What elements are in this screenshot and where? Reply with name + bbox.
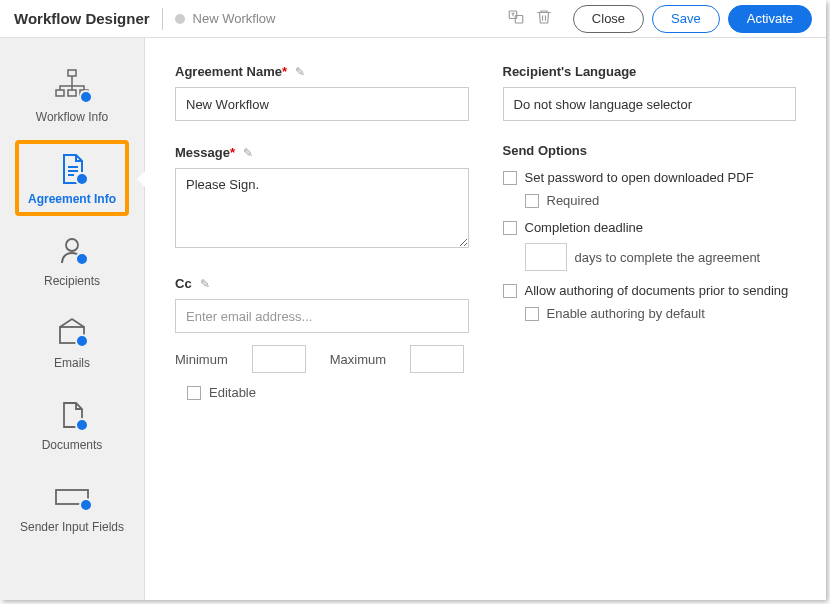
recipient-language-select[interactable]: Do not show language selector	[503, 87, 797, 121]
allow-authoring-label: Allow authoring of documents prior to se…	[525, 283, 789, 298]
workflow-name: New Workflow	[193, 11, 276, 26]
sidebar: Workflow Info Agreement Info Recipients	[0, 38, 145, 600]
sidebar-item-label: Recipients	[6, 274, 138, 288]
min-label: Minimum	[175, 352, 228, 367]
sidebar-item-recipients[interactable]: Recipients	[0, 220, 144, 302]
completion-deadline-checkbox[interactable]	[503, 221, 517, 235]
set-password-label: Set password to open downloaded PDF	[525, 170, 754, 185]
message-label: Message*	[175, 145, 235, 160]
svg-rect-2	[68, 70, 76, 76]
cc-label: Cc	[175, 276, 192, 291]
sidebar-item-sender-input-fields[interactable]: Sender Input Fields	[0, 466, 144, 548]
sidebar-item-label: Emails	[6, 356, 138, 370]
required-checkbox[interactable]	[525, 194, 539, 208]
days-label: days to complete the agreement	[575, 250, 761, 265]
pencil-icon[interactable]: ✎	[243, 146, 253, 160]
status-dot-icon	[175, 14, 185, 24]
documents-icon	[6, 394, 138, 436]
divider	[162, 8, 163, 30]
agreement-info-icon	[6, 148, 138, 190]
enable-authoring-label: Enable authoring by default	[547, 306, 705, 321]
sidebar-item-label: Documents	[6, 438, 138, 452]
trash-icon[interactable]	[535, 8, 553, 30]
sidebar-item-label: Workflow Info	[6, 110, 138, 124]
message-textarea[interactable]	[175, 168, 469, 248]
enable-authoring-checkbox[interactable]	[525, 307, 539, 321]
sender-input-fields-icon	[6, 476, 138, 518]
min-input[interactable]	[252, 345, 306, 373]
cc-input[interactable]	[175, 299, 469, 333]
pencil-icon[interactable]: ✎	[200, 277, 210, 291]
workflow-info-icon	[6, 66, 138, 108]
select-value: Do not show language selector	[514, 97, 693, 112]
recipient-language-label: Recipient's Language	[503, 64, 637, 79]
app-title: Workflow Designer	[14, 10, 150, 27]
close-button[interactable]: Close	[573, 5, 644, 33]
sidebar-item-workflow-info[interactable]: Workflow Info	[0, 56, 144, 138]
max-input[interactable]	[410, 345, 464, 373]
svg-rect-4	[68, 90, 76, 96]
send-options-title: Send Options	[503, 143, 797, 158]
sidebar-item-label: Sender Input Fields	[6, 520, 138, 534]
svg-rect-3	[56, 90, 64, 96]
sidebar-item-emails[interactable]: Emails	[0, 302, 144, 384]
svg-point-6	[66, 239, 78, 251]
agreement-name-input[interactable]	[175, 87, 469, 121]
sidebar-item-documents[interactable]: Documents	[0, 384, 144, 466]
sidebar-item-label: Agreement Info	[6, 192, 138, 206]
max-label: Maximum	[330, 352, 386, 367]
header: Workflow Designer New Workflow Close Sav…	[0, 0, 826, 38]
sidebar-item-agreement-info[interactable]: Agreement Info	[0, 138, 144, 220]
save-button[interactable]: Save	[652, 5, 720, 33]
emails-icon	[6, 312, 138, 354]
allow-authoring-checkbox[interactable]	[503, 284, 517, 298]
main-content: Agreement Name* ✎ Message* ✎ Cc ✎ Minimu…	[145, 38, 826, 600]
required-label: Required	[547, 193, 600, 208]
editable-checkbox[interactable]	[187, 386, 201, 400]
set-password-checkbox[interactable]	[503, 171, 517, 185]
language-icon[interactable]	[507, 8, 525, 30]
agreement-name-label: Agreement Name*	[175, 64, 287, 79]
pencil-icon[interactable]: ✎	[295, 65, 305, 79]
editable-label: Editable	[209, 385, 256, 400]
recipients-icon	[6, 230, 138, 272]
completion-deadline-label: Completion deadline	[525, 220, 644, 235]
days-input[interactable]	[525, 243, 567, 271]
activate-button[interactable]: Activate	[728, 5, 812, 33]
